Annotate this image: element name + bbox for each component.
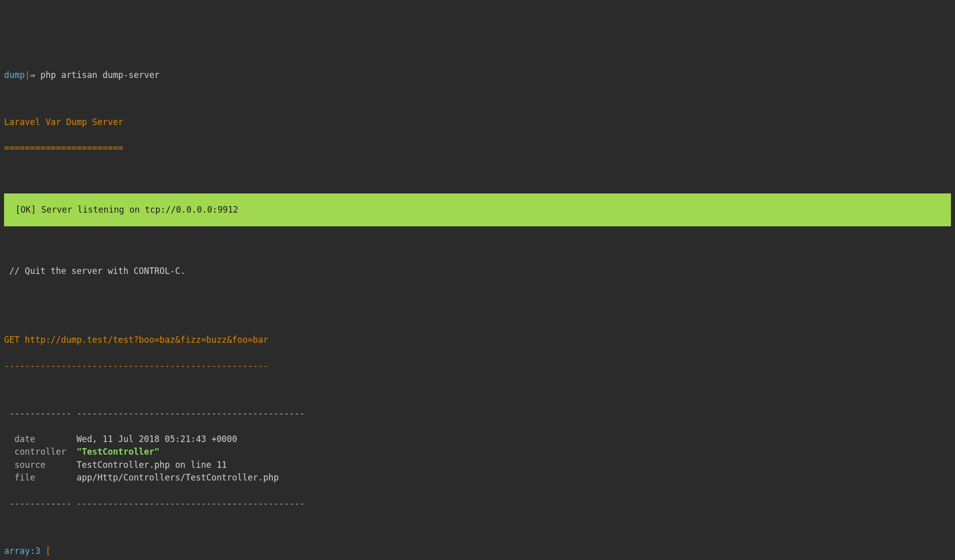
meta-row: controller "TestController"	[4, 446, 951, 459]
meta-row: source TestController.php on line 11	[4, 459, 951, 472]
meta-bottom-left: ------------	[4, 498, 71, 508]
meta-key: source	[4, 460, 71, 470]
meta-bottom-border: ------------ ---------------------------…	[4, 497, 951, 510]
blank-line	[4, 168, 951, 176]
bracket-open: [	[41, 546, 51, 556]
prompt-line[interactable]: dump|⇒ php artisan dump-server	[4, 69, 951, 82]
terminal-output: dump|⇒ php artisan dump-server Laravel V…	[4, 56, 951, 560]
blank-line	[4, 95, 951, 103]
request-dashes: ----------------------------------------…	[4, 359, 951, 373]
meta-row: date Wed, 11 Jul 2018 05:21:43 +0000	[4, 433, 951, 446]
blank-line	[4, 291, 951, 299]
command-text: php artisan dump-server	[41, 70, 160, 80]
meta-top-right: ----------------------------------------…	[71, 408, 305, 418]
blank-line	[4, 244, 951, 252]
blank-line	[4, 385, 951, 394]
array-open-line: array:3 [	[4, 545, 951, 558]
server-title-underline: =======================	[4, 142, 951, 155]
meta-value: TestController.php on line 11	[71, 460, 227, 470]
meta-value: app/Http/Controllers/TestController.php	[71, 472, 278, 483]
ok-banner: [OK] Server listening on tcp://0.0.0.0:9…	[4, 193, 951, 227]
meta-key: date	[4, 434, 71, 444]
request-line: GET http://dump.test/test?boo=baz&fizz=b…	[4, 334, 951, 347]
quit-hint: // Quit the server with CONTROL-C.	[4, 265, 951, 278]
meta-table: date Wed, 11 Jul 2018 05:21:43 +0000 con…	[4, 433, 951, 485]
prompt-pipe: |	[25, 70, 30, 80]
array-type: array:3	[4, 546, 41, 556]
blank-line	[4, 312, 951, 321]
prompt-context: dump	[4, 70, 25, 80]
meta-value: Wed, 11 Jul 2018 05:21:43 +0000	[71, 434, 237, 444]
server-title: Laravel Var Dump Server	[4, 116, 951, 129]
meta-top-border: ------------ ---------------------------…	[4, 407, 951, 420]
meta-value: "TestController"	[71, 447, 160, 457]
prompt-arrow-icon: ⇒	[30, 70, 35, 80]
blank-line	[4, 523, 951, 532]
meta-top-left: ------------	[4, 408, 71, 418]
meta-key: controller	[4, 447, 71, 457]
meta-key: file	[4, 472, 71, 483]
meta-row: file app/Http/Controllers/TestController…	[4, 471, 951, 485]
meta-bottom-right: ----------------------------------------…	[71, 498, 305, 508]
